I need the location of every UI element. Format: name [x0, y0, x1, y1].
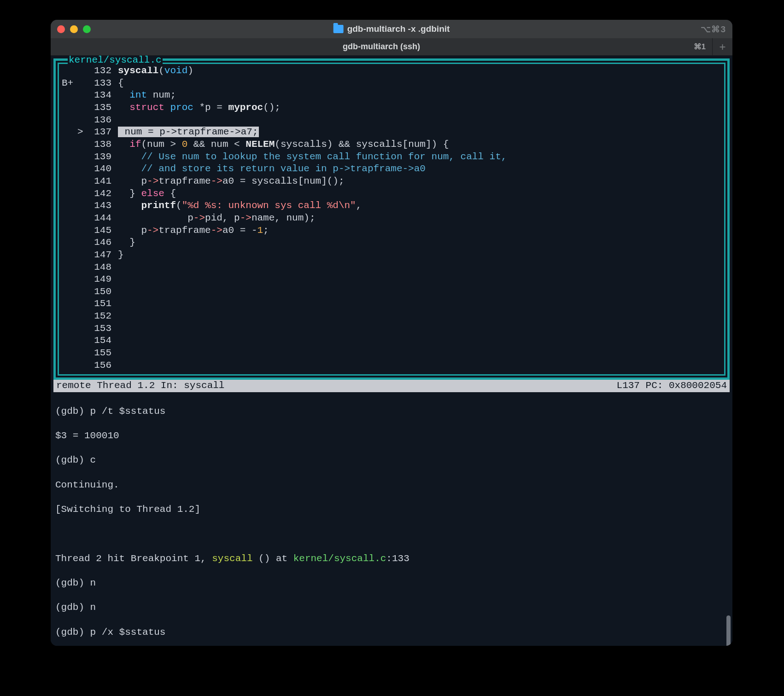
console-line: $3 = 100010 [55, 430, 728, 442]
src-line: 143 printf("%d %s: unknown sys call %d\n… [62, 200, 722, 212]
src-line: 147} [62, 249, 722, 261]
window-title-text: gdb-multiarch -x .gdbinit [347, 24, 450, 34]
status-left: remote Thread 1.2 In: syscall [56, 380, 617, 392]
console-line: (gdb) n [55, 577, 728, 590]
status-right: L137 PC: 0x80002054 [617, 380, 727, 392]
tab-label: gdb-multiarch (ssh) [343, 42, 420, 52]
src-line: 135 struct proc *p = myproc(); [62, 102, 722, 114]
console-line: Thread 2 hit Breakpoint 1, syscall () at… [55, 553, 728, 565]
src-line: 141 p->trapframe->a0 = syscalls[num](); [62, 175, 722, 188]
src-line: 145 p->trapframe->a0 = -1; [62, 225, 722, 237]
src-line-current: >137 num = p->trapframe->a7; [62, 126, 722, 139]
src-line: 154 [62, 335, 722, 347]
src-line: 140 // and store its return value in p->… [62, 163, 722, 175]
src-line: B+133{ [62, 77, 722, 90]
console-line [55, 528, 728, 540]
tab-bar: gdb-multiarch (ssh) ⌘1 + [51, 38, 732, 56]
terminal-window: gdb-multiarch -x .gdbinit ⌥⌘3 gdb-multia… [51, 20, 732, 646]
tui-source-frame: kernel/syscall.c 132syscall(void) B+133{… [53, 58, 730, 380]
src-line: 142 } else { [62, 188, 722, 200]
window-shortcut-hint: ⌥⌘3 [701, 24, 726, 35]
console-line: (gdb) p /t $sstatus [55, 406, 728, 418]
src-line: 151 [62, 298, 722, 310]
src-line: 138 if(num > 0 && num < NELEM(syscalls) … [62, 139, 722, 151]
new-tab-button[interactable]: + [712, 38, 732, 55]
src-line: 155 [62, 347, 722, 360]
src-line: 144 p->pid, p->name, num); [62, 212, 722, 225]
zoom-icon[interactable] [83, 25, 91, 33]
scrollbar[interactable] [726, 615, 731, 646]
breakpoint-marker: B+ [62, 77, 77, 90]
console-line: [Switching to Thread 1.2] [55, 504, 728, 516]
src-line: 134 int num; [62, 89, 722, 102]
console-line: (gdb) p /x $sstatus [55, 626, 728, 639]
folder-icon [333, 25, 344, 33]
src-line: 136 [62, 114, 722, 127]
console-line: (gdb) n [55, 602, 728, 614]
traffic-lights [57, 25, 91, 33]
tui-statusbar: remote Thread 1.2 In: syscall L137 PC: 0… [53, 380, 730, 392]
tui-source-file: kernel/syscall.c [68, 56, 163, 67]
src-line: 148 [62, 261, 722, 274]
src-line: 152 [62, 310, 722, 323]
close-icon[interactable] [57, 25, 65, 33]
src-line: 132syscall(void) [62, 65, 722, 77]
titlebar: gdb-multiarch -x .gdbinit ⌥⌘3 [51, 20, 732, 38]
tab-shortcut: ⌘1 [694, 42, 706, 52]
src-line: 146 } [62, 237, 722, 249]
console-line: (gdb) c [55, 454, 728, 467]
src-line: 153 [62, 323, 722, 335]
terminal-body[interactable]: kernel/syscall.c 132syscall(void) B+133{… [51, 56, 732, 646]
gdb-console[interactable]: (gdb) p /t $sstatus $3 = 100010 (gdb) c … [53, 393, 731, 646]
src-line: 139 // Use num to lookup the system call… [62, 151, 722, 163]
current-line-marker: > [77, 126, 88, 139]
src-line: 149 [62, 273, 722, 286]
src-line: 156 [62, 360, 722, 372]
window-title: gdb-multiarch -x .gdbinit [333, 24, 450, 34]
src-line: 150 [62, 286, 722, 298]
tab-active[interactable]: gdb-multiarch (ssh) ⌘1 [51, 38, 712, 55]
console-line: Continuing. [55, 479, 728, 492]
minimize-icon[interactable] [70, 25, 78, 33]
